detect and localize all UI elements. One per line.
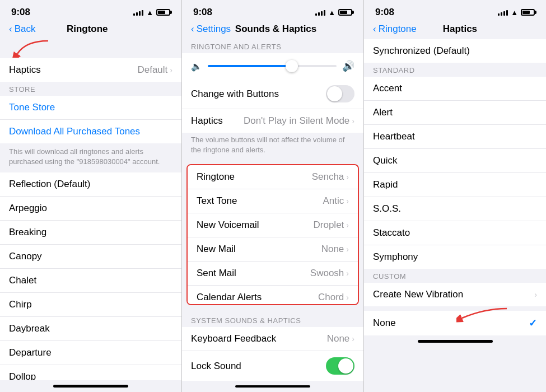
standard-section: Accent Alert Heartbeat Quick Rapid S.O.S… [364, 77, 546, 269]
none-row[interactable]: None ✓ [364, 311, 546, 335]
status-bar-2: 9:08 ▲ [182, 0, 363, 21]
lock-sound-row[interactable]: Lock Sound [182, 351, 363, 381]
volume-slider[interactable] [208, 65, 337, 67]
sounds-value-1: Antic › [323, 195, 349, 207]
ringtones-list: Reflection (Default) Arpeggio Breaking C… [0, 172, 181, 380]
sounds-row-4[interactable]: Sent Mail Swoosh › [188, 262, 358, 286]
standard-label-3: Quick [373, 155, 397, 166]
list-item[interactable]: Breaking [0, 221, 181, 245]
sounds-row-2[interactable]: New Voicemail Droplet › [188, 213, 358, 237]
toggle-knob [327, 86, 342, 101]
sounds-row-1[interactable]: Text Tone Antic › [188, 189, 358, 213]
sounds-highlight-box: Ringtone Sencha › Text Tone Antic › New … [186, 164, 359, 305]
standard-item-4[interactable]: Rapid [364, 173, 546, 197]
haptics-row[interactable]: Haptics Default › [0, 58, 181, 82]
nav-title-2: Sounds & Haptics [235, 24, 316, 35]
back-label-3: Ringtone [379, 24, 417, 35]
nav-bar-3: ‹ Ringtone Haptics [364, 21, 546, 39]
system-sounds-header: SYSTEM SOUNDS & HAPTICS [182, 313, 363, 327]
haptics-row-2[interactable]: Haptics Don't Play in Silent Mode › [182, 109, 363, 133]
store-note: This will download all ringtones and ale… [0, 143, 181, 172]
chevron-5: › [346, 293, 349, 302]
sounds-label-1: Text Tone [197, 195, 237, 207]
list-item[interactable]: Chalet [0, 269, 181, 293]
download-all-link[interactable]: Download All Purchased Tones [0, 120, 181, 143]
back-button-2[interactable]: ‹ Settings [191, 24, 231, 35]
custom-header: CUSTOM [364, 269, 546, 283]
change-with-buttons-label: Change with Buttons [191, 88, 279, 100]
standard-item-5[interactable]: S.O.S. [364, 197, 546, 221]
keyboard-feedback-value: None › [327, 333, 354, 344]
standard-item-3[interactable]: Quick [364, 149, 546, 173]
ringtone-name-5: Chirp [9, 299, 32, 310]
list-item[interactable]: Canopy [0, 245, 181, 269]
standard-item-0[interactable]: Accent [364, 77, 546, 101]
red-arrow-svg-3 [456, 306, 512, 323]
list-item[interactable]: Departure [0, 341, 181, 365]
create-vibration-chevron: › [534, 290, 537, 299]
standard-header: STANDARD [364, 63, 546, 77]
ringtone-name-7: Departure [9, 347, 52, 358]
nav-title-1: Ringtone [67, 24, 108, 35]
signal-icon-2 [315, 9, 325, 16]
status-icons-2: ▲ [315, 8, 352, 17]
tone-store-link[interactable]: Tone Store [0, 96, 181, 120]
keyboard-feedback-row[interactable]: Keyboard Feedback None › [182, 327, 363, 351]
back-chevron-3: ‹ [373, 24, 376, 35]
create-vibration-label: Create New Vibration [373, 289, 463, 300]
list-item[interactable]: Arpeggio [0, 197, 181, 221]
ringtone-name-6: Daybreak [9, 323, 50, 334]
battery-icon-3 [521, 9, 535, 16]
standard-label-5: S.O.S. [373, 203, 401, 214]
synchronized-section: Synchronized (Default) [364, 39, 546, 63]
custom-section: Create New Vibration › [364, 283, 546, 306]
sounds-label-3: New Mail [197, 244, 236, 255]
status-bar-3: 9:08 ▲ [364, 0, 546, 21]
keyboard-chevron: › [352, 334, 354, 343]
status-bar-1: 9:08 ▲ [0, 0, 181, 21]
sounds-row-0[interactable]: Ringtone Sencha › [188, 165, 358, 189]
list-item[interactable]: Reflection (Default) [0, 172, 181, 197]
list-item[interactable]: Chirp [0, 293, 181, 317]
home-indicator-3 [418, 340, 493, 343]
sounds-row-3[interactable]: New Mail None › [188, 237, 358, 262]
status-time-2: 9:08 [193, 7, 212, 18]
store-links-section: Tone Store Download All Purchased Tones [0, 96, 181, 143]
sounds-val-5: Chord [318, 292, 344, 303]
volume-fill [208, 65, 292, 67]
status-icons-1: ▲ [133, 8, 170, 17]
haptics-value-2: Don't Play in Silent Mode › [244, 115, 354, 127]
haptics-value: Default [137, 64, 167, 76]
standard-label-1: Alert [373, 107, 393, 118]
back-button-1[interactable]: ‹ Back [9, 24, 35, 35]
standard-item-6[interactable]: Staccato [364, 221, 546, 245]
checkmark-icon: ✓ [529, 317, 537, 329]
home-indicator-1 [53, 385, 128, 388]
haptics-label: Haptics [9, 64, 41, 76]
panel-haptics: 9:08 ▲ ‹ Ringtone Haptics Synchronized (… [364, 0, 546, 392]
lock-sound-toggle[interactable] [326, 357, 354, 375]
sounds-label-2: New Voicemail [197, 220, 259, 231]
ringtone-name-0: Reflection (Default) [9, 179, 91, 190]
back-button-3[interactable]: ‹ Ringtone [373, 24, 417, 35]
standard-item-2[interactable]: Heartbeat [364, 125, 546, 149]
sounds-val-1: Antic [323, 195, 344, 207]
status-time-3: 9:08 [375, 7, 394, 18]
standard-item-7[interactable]: Symphony [364, 245, 546, 269]
signal-icon-1 [133, 9, 143, 16]
sounds-row-5[interactable]: Calendar Alerts Chord › [188, 286, 358, 305]
change-buttons-toggle[interactable] [326, 85, 354, 102]
chevron-0: › [346, 172, 349, 181]
ringtone-name-3: Canopy [9, 251, 42, 262]
list-item[interactable]: Dollop [0, 365, 181, 380]
ringtone-name-1: Arpeggio [9, 203, 47, 214]
change-with-buttons-row[interactable]: Change with Buttons [182, 79, 363, 109]
ringtone-name-2: Breaking [9, 227, 46, 238]
synchronized-row[interactable]: Synchronized (Default) [364, 39, 546, 63]
volume-thumb [286, 60, 298, 72]
wifi-icon-3: ▲ [511, 8, 518, 17]
list-item[interactable]: Daybreak [0, 317, 181, 341]
standard-item-1[interactable]: Alert [364, 101, 546, 125]
change-buttons-section: Change with Buttons Haptics Don't Play i… [182, 79, 363, 133]
create-vibration-row[interactable]: Create New Vibration › [364, 283, 546, 306]
